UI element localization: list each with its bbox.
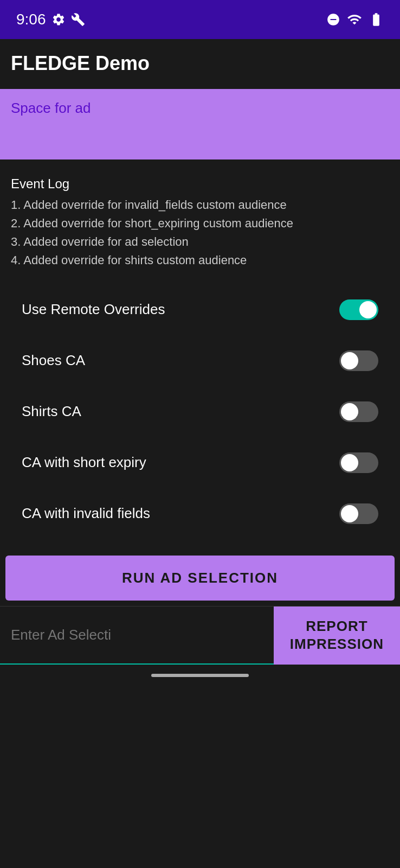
status-bar-right — [326, 12, 384, 27]
report-impression-button[interactable]: REPORTIMPRESSION — [274, 607, 400, 665]
app-header: FLEDGE Demo — [0, 39, 400, 84]
toggle-label-ca-invalid-fields: CA with invalid fields — [22, 505, 150, 522]
settings-icon — [51, 12, 66, 27]
battery-icon — [369, 12, 384, 27]
ad-space-container: Space for ad — [0, 89, 400, 159]
status-bar: 9:06 — [0, 0, 400, 39]
toggle-ca-invalid-fields[interactable] — [339, 503, 378, 524]
wifi-icon — [347, 12, 362, 27]
event-log-entry-3: 3. Added override for ad selection — [11, 233, 389, 251]
toggle-knob-use-remote-overrides — [359, 301, 377, 318]
toggle-knob-ca-short-expiry — [341, 454, 358, 471]
toggle-row-shoes-ca: Shoes CA — [0, 335, 400, 386]
run-ad-selection-button[interactable]: RUN AD SELECTION — [5, 556, 395, 601]
status-bar-left: 9:06 — [16, 11, 85, 28]
ad-select-input[interactable] — [0, 607, 274, 665]
toggle-row-ca-invalid-fields: CA with invalid fields — [0, 488, 400, 539]
event-log: Event Log 1. Added override for invalid_… — [0, 165, 400, 279]
toggle-label-shoes-ca: Shoes CA — [22, 352, 85, 369]
toggle-knob-shoes-ca — [341, 352, 358, 369]
report-impression-label: REPORTIMPRESSION — [290, 618, 384, 653]
ad-space-text: Space for ad — [11, 100, 91, 116]
app-title: FLEDGE Demo — [11, 52, 389, 75]
event-log-entry-4: 4. Added override for shirts custom audi… — [11, 251, 389, 270]
toggle-row-shirts-ca: Shirts CA — [0, 386, 400, 437]
toggle-ca-short-expiry[interactable] — [339, 452, 378, 473]
status-time: 9:06 — [16, 11, 46, 28]
toggle-label-shirts-ca: Shirts CA — [22, 403, 81, 420]
home-indicator-bar — [151, 674, 249, 677]
toggle-label-ca-short-expiry: CA with short expiry — [22, 454, 146, 471]
home-indicator — [0, 665, 400, 686]
toggle-use-remote-overrides[interactable] — [339, 299, 378, 320]
toggle-section: Use Remote Overrides Shoes CA Shirts CA … — [0, 279, 400, 545]
toggle-knob-shirts-ca — [341, 403, 358, 420]
toggle-label-use-remote-overrides: Use Remote Overrides — [22, 301, 165, 318]
toggle-shoes-ca[interactable] — [339, 350, 378, 371]
dnd-icon — [326, 12, 340, 27]
event-log-entry-2: 2. Added override for short_expiring cus… — [11, 214, 389, 233]
toggle-row-use-remote-overrides: Use Remote Overrides — [0, 284, 400, 335]
event-log-title: Event Log — [11, 174, 389, 194]
bottom-bar: REPORTIMPRESSION — [0, 606, 400, 665]
toggle-knob-ca-invalid-fields — [341, 505, 358, 522]
toggle-row-ca-short-expiry: CA with short expiry — [0, 437, 400, 488]
event-log-entry-1: 1. Added override for invalid_fields cus… — [11, 196, 389, 214]
wrench-icon — [71, 12, 85, 27]
toggle-shirts-ca[interactable] — [339, 401, 378, 422]
